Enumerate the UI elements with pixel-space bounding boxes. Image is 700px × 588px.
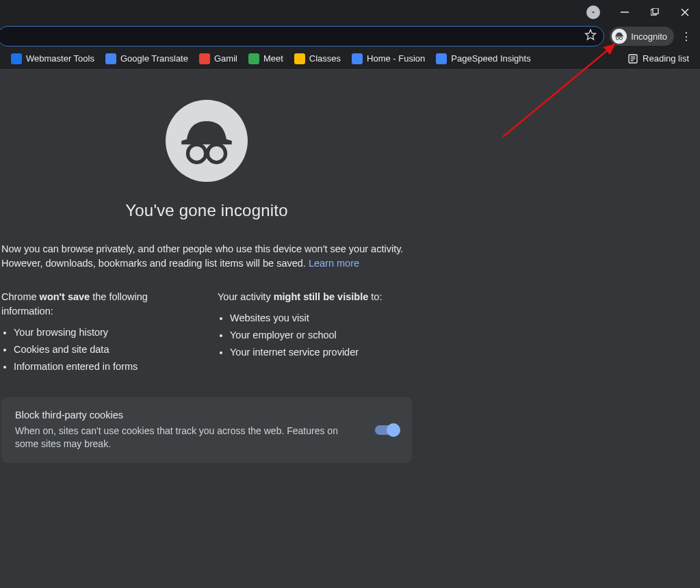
visible-to-heading: Your activity might still be visible to: <box>218 290 412 304</box>
list-item: Your employer or school <box>230 328 412 343</box>
page-content: You've gone incognito Now you can browse… <box>0 70 700 588</box>
bookmark-label: Webmaster Tools <box>26 53 94 64</box>
incognito-icon <box>612 29 627 44</box>
window-minimize-button[interactable] <box>610 0 640 25</box>
list-item: Websites you visit <box>230 311 412 325</box>
window-titlebar <box>0 0 700 25</box>
window-close-button[interactable] <box>670 0 700 25</box>
list-item: Your internet service provider <box>230 345 412 360</box>
bookmark-label: Google Translate <box>120 53 188 64</box>
bookmark-item[interactable]: Classes <box>289 51 346 67</box>
bookmark-label: Gamil <box>214 53 237 64</box>
page-title: You've gone incognito <box>1 201 412 220</box>
tab-search-button[interactable] <box>586 5 600 19</box>
incognito-hero-icon <box>166 100 248 182</box>
browser-menu-button[interactable]: ⋮ <box>677 30 696 43</box>
bookmark-label: Meet <box>263 53 283 64</box>
cookie-card-description: When on, sites can't use cookies that tr… <box>15 425 364 451</box>
favicon <box>199 53 210 64</box>
cookie-card-title: Block third-party cookies <box>15 410 364 420</box>
reading-list-label: Reading list <box>643 53 689 64</box>
bookmark-label: Home - Fusion <box>367 53 425 64</box>
svg-point-12 <box>187 144 205 162</box>
intro-line-2: However, downloads, bookmarks and readin… <box>1 258 309 269</box>
bookmark-label: PageSpeed Insights <box>451 53 530 64</box>
learn-more-link[interactable]: Learn more <box>309 258 359 269</box>
bookmark-label: Classes <box>309 53 341 64</box>
incognito-badge[interactable]: Incognito <box>610 27 674 46</box>
browser-toolbar: Incognito ⋮ <box>0 25 700 48</box>
svg-point-13 <box>207 144 225 162</box>
block-cookies-toggle[interactable] <box>375 425 398 435</box>
favicon <box>294 53 305 64</box>
list-item: Cookies and site data <box>14 343 196 357</box>
bookmark-item[interactable]: Webmaster Tools <box>5 51 100 67</box>
svg-point-6 <box>620 37 623 40</box>
favicon <box>105 53 116 64</box>
bookmark-item[interactable]: Gamil <box>194 51 243 67</box>
bookmark-item[interactable]: Meet <box>243 51 289 67</box>
bookmark-star-icon[interactable] <box>584 29 597 44</box>
reading-list-icon <box>627 53 638 64</box>
list-item: Information entered in forms <box>14 360 196 374</box>
favicon <box>436 53 447 64</box>
address-bar[interactable] <box>0 26 604 46</box>
reading-list-button[interactable]: Reading list <box>622 51 695 67</box>
favicon <box>11 53 22 64</box>
incognito-badge-label: Incognito <box>631 31 667 42</box>
bookmarks-bar: Webmaster ToolsGoogle TranslateGamilMeet… <box>0 48 700 70</box>
bookmark-item[interactable]: Home - Fusion <box>346 51 430 67</box>
window-maximize-button[interactable] <box>640 0 670 25</box>
svg-rect-2 <box>653 8 658 14</box>
third-party-cookie-card: Block third-party cookies When on, sites… <box>1 397 412 463</box>
favicon <box>352 53 363 64</box>
favicon <box>248 53 259 64</box>
intro-line-1: Now you can browse privately, and other … <box>1 242 412 256</box>
bookmark-item[interactable]: Google Translate <box>100 51 194 67</box>
bookmark-item[interactable]: PageSpeed Insights <box>430 51 536 67</box>
svg-point-5 <box>617 37 619 40</box>
list-item: Your browsing history <box>14 325 196 340</box>
wont-save-heading: Chrome won't save the following informat… <box>1 290 196 319</box>
svg-rect-0 <box>621 12 629 13</box>
